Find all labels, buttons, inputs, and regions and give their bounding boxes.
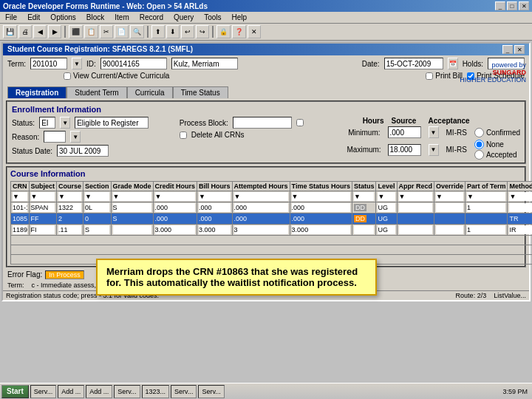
gmode-2[interactable]: [113, 214, 151, 223]
course-1[interactable]: [58, 203, 81, 212]
toolbar-btn-9[interactable]: ↪: [196, 25, 209, 38]
print-bill-label[interactable]: Print Bill: [426, 72, 463, 80]
taskbar-task-3[interactable]: Serv...: [114, 385, 140, 398]
credit-1[interactable]: [155, 203, 196, 212]
method-2[interactable]: [509, 214, 532, 223]
process-block-input[interactable]: [233, 117, 292, 129]
filter-time-status[interactable]: [292, 192, 350, 201]
date-calendar[interactable]: 📅: [448, 58, 458, 69]
app-minimize[interactable]: _: [502, 45, 513, 54]
tab-curricula[interactable]: Curricula: [127, 86, 173, 98]
taskbar-task-5[interactable]: Serv...: [171, 385, 197, 398]
filter-crn[interactable]: [13, 192, 27, 201]
sect-2[interactable]: [85, 214, 109, 223]
taskbar-task-1[interactable]: Add ...: [58, 385, 84, 398]
taskbar-task-2[interactable]: Add ...: [86, 385, 112, 398]
maximize-button[interactable]: □: [507, 1, 517, 10]
name-input[interactable]: [171, 58, 238, 69]
max-dropdown[interactable]: ▼: [429, 144, 439, 156]
menu-file[interactable]: File: [3, 13, 19, 22]
close-button[interactable]: ✕: [519, 1, 529, 10]
filter-part-term[interactable]: [467, 192, 505, 201]
confirmed-option[interactable]: Confirmed: [474, 128, 520, 137]
ts-3[interactable]: [292, 225, 350, 234]
start-button[interactable]: Start: [1, 385, 29, 398]
override-1[interactable]: [436, 203, 463, 212]
subj-2[interactable]: [31, 214, 55, 223]
subj-3[interactable]: [31, 225, 55, 234]
filter-course[interactable]: [58, 192, 81, 201]
taskbar-task-4[interactable]: 1323...: [142, 385, 170, 398]
tab-registration[interactable]: Registration: [7, 86, 66, 98]
credit-3[interactable]: [155, 225, 196, 234]
term-dropdown[interactable]: ▼: [72, 58, 82, 69]
sect-3[interactable]: [85, 225, 109, 234]
level-1[interactable]: [378, 203, 395, 212]
crn-2[interactable]: [13, 214, 27, 223]
menu-query[interactable]: Query: [171, 13, 196, 22]
bill-2[interactable]: [199, 214, 231, 223]
status-code-input[interactable]: [39, 117, 55, 129]
tab-student-term[interactable]: Student Term: [66, 86, 126, 98]
reason-dropdown[interactable]: ▼: [70, 131, 81, 143]
filter-level[interactable]: [378, 192, 395, 201]
filter-attempted[interactable]: [234, 192, 288, 201]
appr-2[interactable]: [399, 214, 433, 223]
term-input[interactable]: [30, 58, 67, 69]
ts-1[interactable]: [292, 203, 350, 212]
status-3[interactable]: [354, 225, 375, 234]
toolbar-btn-6[interactable]: ⬆: [151, 25, 165, 38]
subj-1[interactable]: [31, 203, 55, 212]
attempted-2[interactable]: [234, 214, 288, 223]
toolbar-btn-3[interactable]: ✂: [100, 25, 113, 38]
taskbar-task-0[interactable]: Serv...: [30, 385, 56, 398]
filter-section[interactable]: [85, 192, 109, 201]
part-3[interactable]: [467, 225, 505, 234]
date-input[interactable]: [384, 58, 443, 69]
course-3[interactable]: [58, 225, 81, 234]
toolbar-btn-7[interactable]: ⬇: [166, 25, 180, 38]
gmode-1[interactable]: [113, 203, 151, 212]
toolbar-print[interactable]: 🖨: [18, 25, 32, 38]
filter-status[interactable]: [354, 192, 375, 201]
filter-appr[interactable]: [399, 192, 433, 201]
id-input[interactable]: [100, 58, 167, 69]
ts-2[interactable]: [292, 214, 350, 223]
menu-options[interactable]: Options: [48, 13, 78, 22]
filter-bill[interactable]: [199, 192, 231, 201]
toolbar-forward[interactable]: ▶: [48, 25, 61, 38]
taskbar-task-6[interactable]: Serv...: [198, 385, 224, 398]
filter-override[interactable]: [436, 192, 463, 201]
menu-edit[interactable]: Edit: [25, 13, 42, 22]
toolbar-close[interactable]: ✕: [248, 25, 261, 38]
toolbar-btn-1[interactable]: ⬛: [69, 25, 83, 38]
crn-1[interactable]: [13, 203, 27, 212]
method-1[interactable]: [509, 203, 532, 212]
filter-grade-mode[interactable]: [113, 192, 151, 201]
gmode-3[interactable]: [113, 225, 151, 234]
none-option[interactable]: None: [474, 140, 517, 149]
reason-input[interactable]: [44, 131, 66, 143]
toolbar-btn-5[interactable]: 🔍: [130, 25, 144, 38]
app-close[interactable]: ✕: [514, 45, 525, 54]
toolbar-btn-8[interactable]: ↩: [181, 25, 194, 38]
accepted-radio[interactable]: [474, 150, 484, 160]
part-1[interactable]: [467, 203, 505, 212]
filter-credit[interactable]: [155, 192, 196, 201]
attempted-1[interactable]: [234, 203, 288, 212]
toolbar-btn-10[interactable]: 🔒: [216, 25, 231, 38]
sect-1[interactable]: [85, 203, 109, 212]
toolbar-btn-2[interactable]: 📋: [84, 25, 98, 38]
toolbar-btn-4[interactable]: 📄: [115, 25, 129, 38]
min-dropdown[interactable]: ▼: [429, 126, 439, 138]
toolbar-back[interactable]: ◀: [33, 25, 47, 38]
max-value-input[interactable]: [388, 144, 421, 156]
none-radio[interactable]: [474, 140, 484, 149]
toolbar-save[interactable]: 💾: [3, 25, 17, 38]
view-current-label[interactable]: View Current/Active Curricula: [64, 72, 169, 80]
appr-3[interactable]: [399, 225, 433, 234]
menu-block[interactable]: Block: [84, 13, 106, 22]
tab-time-status[interactable]: Time Status: [173, 86, 228, 98]
crn-3[interactable]: [13, 225, 27, 234]
print-bill-checkbox[interactable]: [426, 72, 433, 80]
